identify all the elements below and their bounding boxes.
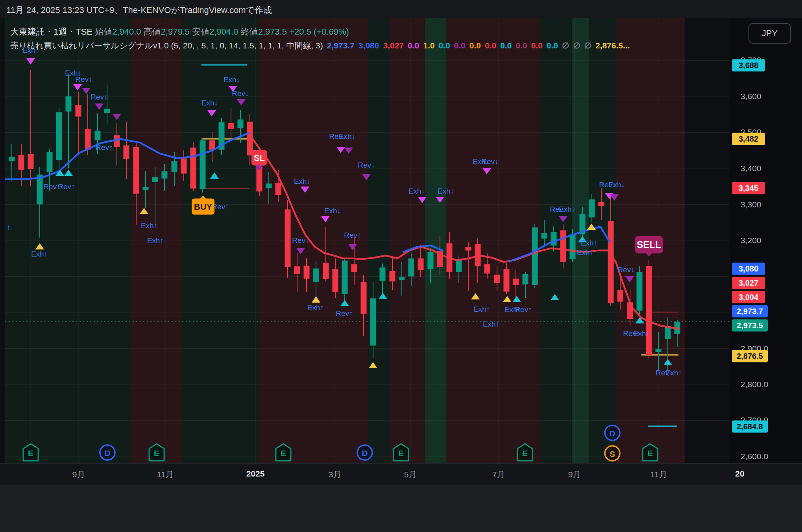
candle-body (589, 200, 595, 218)
candle-body (646, 266, 652, 355)
price-badge: 2,684.8 (732, 421, 768, 433)
candle-body (172, 161, 177, 172)
candle-body (47, 152, 53, 172)
signal-label: Exh↓ (22, 46, 39, 55)
time-tick: 11月 (157, 469, 174, 480)
candle-body (608, 221, 614, 303)
time-scale[interactable]: 9月11月20253月5月7月9月11月20 (0, 463, 802, 485)
price-badge: 3,027 (732, 277, 765, 289)
event-marker-letter: D (362, 449, 368, 458)
price-scale[interactable]: JPY 3,7003,6003,5003,4003,3003,2002,900.… (731, 18, 802, 463)
candle-body (95, 131, 101, 140)
candle-body (617, 290, 623, 301)
signal-label: Exh↑ (633, 329, 650, 338)
indicator-value: 3,080 (358, 41, 379, 50)
signal-label: Rev↓ (292, 236, 309, 245)
tradingview-chart-window: 11月 24, 2025 13:23 UTC+9、The-KENVOがTradi… (0, 0, 802, 532)
buy-badge-pointer (200, 196, 206, 199)
currency-toggle-button[interactable]: JPY (748, 23, 791, 44)
candle-body (570, 234, 576, 259)
chart-pane[interactable]: EDEEDEEDSE (0, 0, 802, 532)
event-marker-letter: E (28, 449, 33, 458)
sell-badge-pointer (646, 253, 652, 257)
signal-label: Rev↓ (344, 231, 361, 240)
signal-label: Rev↑ (58, 183, 75, 191)
candle-body (599, 202, 604, 206)
indicator-value: 0.0 (438, 41, 450, 50)
indicator-value: 0.0 (500, 41, 512, 50)
candle-body (209, 140, 215, 150)
indicator-title: 売り枯れ買い枯れリバーサルシグナルv1.0 (5, 20, , 5, 1, 0,… (10, 41, 323, 50)
indicator-value: 0.0 (547, 41, 558, 50)
event-marker-letter: E (398, 449, 404, 458)
indicator-value: 0.0 (516, 41, 527, 50)
signal-label: Exh↓ (339, 132, 355, 141)
signal-label: Rev↓ (617, 266, 634, 274)
event-marker-letter: E (647, 449, 653, 458)
price-badge: 2,973.7 (732, 305, 768, 318)
candle-body (285, 209, 291, 267)
signal-label: Exh↓ (294, 177, 310, 186)
indicator-value: 3,027 (383, 41, 404, 50)
ohlc-value: 2,904.0 (209, 27, 241, 37)
time-tick: 3月 (329, 469, 342, 480)
price-tick: 2,600.0 (741, 452, 768, 461)
signal-label: Rev↓ (91, 93, 107, 102)
time-tick: 2025 (246, 469, 265, 478)
signal-label: ↑ (7, 223, 11, 232)
ohlc-label: 終値 (241, 27, 258, 37)
time-tick: 20 (735, 469, 744, 478)
signal-label: Rev↓ (232, 89, 249, 98)
event-marker-letter: E (281, 449, 286, 458)
candle-body (162, 171, 168, 178)
time-tick: 9月 (568, 469, 581, 480)
candle-body (513, 279, 519, 285)
price-badge: 3,345 (732, 182, 765, 194)
candle-body (532, 227, 538, 285)
candle-body (56, 112, 62, 160)
candle-body (484, 264, 490, 273)
indicator-value: 2,973.7 (327, 41, 355, 50)
price-badge: 2,876.5 (732, 350, 768, 362)
candle-body (399, 277, 405, 280)
signal-label: Rev↓ (75, 75, 92, 84)
price-badge: 3,688 (732, 59, 765, 72)
symbol-title: 大東建託・1週・TSE (10, 27, 95, 37)
candle-body (257, 167, 262, 191)
candle-body (551, 232, 557, 246)
signal-label: Exh↑ (577, 248, 593, 257)
indicator-value: 0.0 (408, 41, 419, 50)
indicator-value: 0.0 (485, 41, 496, 50)
ohlc-value: 2,979.5 (161, 27, 192, 37)
indicator-value: ∅ (584, 41, 591, 50)
candle-body (190, 148, 196, 188)
signal-label: Exh↓ (324, 207, 341, 215)
price-tick: 3,300 (741, 200, 761, 209)
price-tick: 3,400 (741, 164, 761, 173)
buy-badge: BUY (192, 199, 214, 215)
candle-body (114, 135, 120, 147)
candle-body (228, 123, 234, 129)
candle-body (408, 259, 414, 277)
candle-body (637, 272, 643, 311)
signal-label: Exh↓ (438, 187, 454, 196)
candle-body (333, 269, 338, 292)
event-marker-letter: E (522, 449, 528, 458)
change-value: +20.5 (+0.69%) (289, 27, 349, 37)
price-badge: 2,973.5 (732, 320, 768, 332)
signal-label: Exh↑ (307, 303, 324, 312)
bottom-strip: TradingView (0, 485, 802, 532)
signal-label: Exh↑ (31, 250, 48, 259)
signal-label: Exh↓ (201, 99, 218, 107)
ohlc-label: 始値 (95, 27, 112, 37)
price-tick: 3,600 (741, 92, 761, 101)
candle-body (380, 268, 386, 281)
candle-body (656, 349, 662, 352)
time-tick: 11月 (650, 469, 667, 480)
time-tick: 7月 (492, 469, 505, 480)
candle-body (266, 183, 272, 188)
signal-label: Rev↑ (515, 305, 532, 314)
signal-label: Exh↑ (141, 222, 157, 230)
time-tick: 5月 (404, 469, 417, 480)
candle-body (9, 157, 15, 161)
